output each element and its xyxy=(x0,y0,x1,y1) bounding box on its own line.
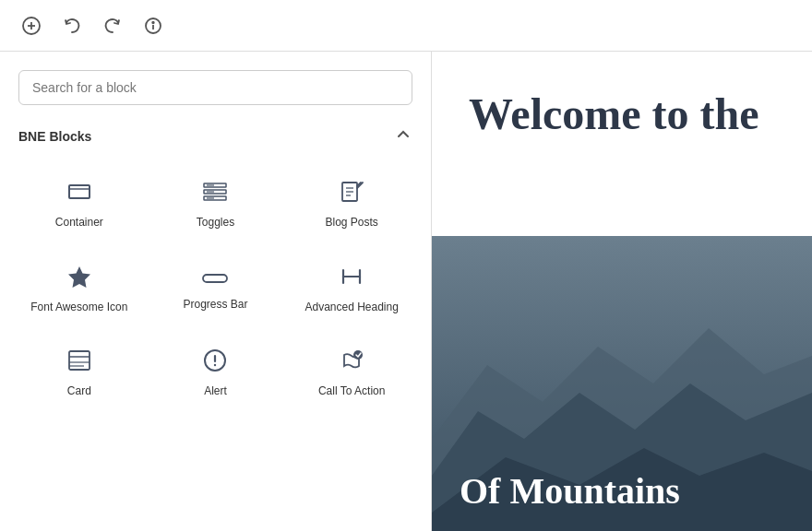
welcome-text: Welcome to the xyxy=(432,52,812,139)
svg-rect-23 xyxy=(69,351,90,370)
call-to-action-icon xyxy=(339,348,364,377)
alert-label: Alert xyxy=(204,384,227,399)
advanced-heading-label: Advanced Heading xyxy=(304,301,398,315)
svg-rect-6 xyxy=(69,185,90,198)
block-item-font-awesome[interactable]: Font Awesome Icon xyxy=(11,247,148,332)
progress-bar-icon xyxy=(202,266,228,290)
svg-rect-19 xyxy=(203,275,227,282)
undo-button[interactable] xyxy=(55,9,89,42)
search-container xyxy=(0,52,431,114)
block-item-toggles[interactable]: Toggles xyxy=(148,162,284,247)
search-input[interactable] xyxy=(18,70,412,105)
block-item-blog-posts[interactable]: Blog Posts xyxy=(283,162,420,247)
blog-posts-label: Blog Posts xyxy=(325,216,377,230)
toolbar xyxy=(0,0,812,52)
block-item-call-to-action[interactable]: Call To Action xyxy=(283,331,420,416)
main-layout: BNE Blocks Container xyxy=(0,52,812,531)
call-to-action-label: Call To Action xyxy=(318,384,386,399)
blocks-grid: Container Toggles xyxy=(0,155,431,431)
block-item-card[interactable]: Card xyxy=(11,331,148,416)
block-item-progress-bar[interactable]: Progress Bar xyxy=(148,247,284,332)
toggles-label: Toggles xyxy=(197,216,234,230)
info-button[interactable] xyxy=(137,9,170,42)
blog-posts-icon xyxy=(339,179,364,208)
advanced-heading-icon xyxy=(339,264,364,293)
container-label: Container xyxy=(55,216,103,230)
mountains-text: Of Mountains xyxy=(432,469,812,513)
progress-bar-label: Progress Bar xyxy=(183,298,247,313)
mountain-background: Of Mountains xyxy=(432,236,812,531)
font-awesome-icon xyxy=(66,264,92,293)
block-panel: BNE Blocks Container xyxy=(0,52,432,531)
section-title: BNE Blocks xyxy=(18,129,91,144)
svg-point-30 xyxy=(353,350,363,360)
card-label: Card xyxy=(67,384,91,399)
collapse-button[interactable] xyxy=(394,125,412,148)
block-item-container[interactable]: Container xyxy=(11,162,148,247)
svg-marker-18 xyxy=(68,266,90,288)
content-area: Welcome to the Of Mountains xyxy=(432,52,812,531)
card-icon xyxy=(66,348,92,377)
block-item-advanced-heading[interactable]: Advanced Heading xyxy=(283,247,420,332)
container-icon xyxy=(66,179,92,208)
font-awesome-label: Font Awesome Icon xyxy=(30,301,127,315)
svg-point-29 xyxy=(214,364,216,366)
alert-icon xyxy=(202,348,228,377)
block-item-alert[interactable]: Alert xyxy=(148,331,284,416)
svg-point-5 xyxy=(152,21,154,23)
section-header: BNE Blocks xyxy=(0,114,431,155)
toggles-icon xyxy=(202,179,228,208)
redo-button[interactable] xyxy=(96,9,129,42)
add-button[interactable] xyxy=(15,9,48,42)
